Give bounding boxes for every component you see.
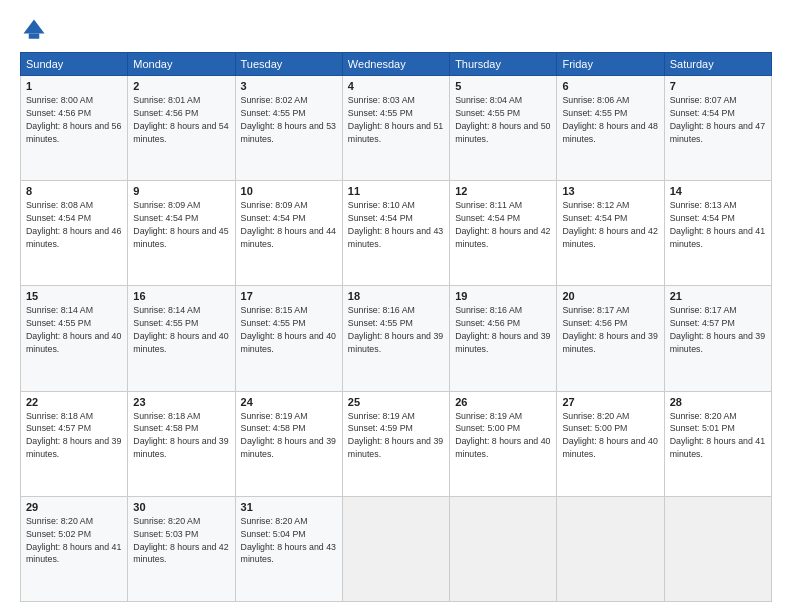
day-number: 9 [133,185,229,197]
day-cell-22: 22 Sunrise: 8:18 AMSunset: 4:57 PMDaylig… [21,391,128,496]
day-detail: Sunrise: 8:03 AMSunset: 4:55 PMDaylight:… [348,95,443,144]
empty-cell [664,496,771,601]
calendar-week-4: 22 Sunrise: 8:18 AMSunset: 4:57 PMDaylig… [21,391,772,496]
day-detail: Sunrise: 8:18 AMSunset: 4:58 PMDaylight:… [133,411,228,460]
day-number: 19 [455,290,551,302]
day-number: 4 [348,80,444,92]
day-number: 6 [562,80,658,92]
calendar-table: SundayMondayTuesdayWednesdayThursdayFrid… [20,52,772,602]
day-number: 30 [133,501,229,513]
day-number: 10 [241,185,337,197]
day-detail: Sunrise: 8:12 AMSunset: 4:54 PMDaylight:… [562,200,657,249]
day-cell-15: 15 Sunrise: 8:14 AMSunset: 4:55 PMDaylig… [21,286,128,391]
page: SundayMondayTuesdayWednesdayThursdayFrid… [0,0,792,612]
day-number: 15 [26,290,122,302]
logo-icon [20,16,48,44]
day-number: 17 [241,290,337,302]
day-cell-4: 4 Sunrise: 8:03 AMSunset: 4:55 PMDayligh… [342,76,449,181]
day-detail: Sunrise: 8:14 AMSunset: 4:55 PMDaylight:… [26,305,121,354]
day-detail: Sunrise: 8:06 AMSunset: 4:55 PMDaylight:… [562,95,657,144]
logo [20,16,52,44]
day-cell-24: 24 Sunrise: 8:19 AMSunset: 4:58 PMDaylig… [235,391,342,496]
day-detail: Sunrise: 8:10 AMSunset: 4:54 PMDaylight:… [348,200,443,249]
day-detail: Sunrise: 8:04 AMSunset: 4:55 PMDaylight:… [455,95,550,144]
svg-rect-1 [29,34,40,39]
day-detail: Sunrise: 8:20 AMSunset: 5:00 PMDaylight:… [562,411,657,460]
day-detail: Sunrise: 8:16 AMSunset: 4:55 PMDaylight:… [348,305,443,354]
day-cell-21: 21 Sunrise: 8:17 AMSunset: 4:57 PMDaylig… [664,286,771,391]
empty-cell [557,496,664,601]
day-cell-11: 11 Sunrise: 8:10 AMSunset: 4:54 PMDaylig… [342,181,449,286]
day-header-monday: Monday [128,53,235,76]
day-cell-16: 16 Sunrise: 8:14 AMSunset: 4:55 PMDaylig… [128,286,235,391]
day-cell-3: 3 Sunrise: 8:02 AMSunset: 4:55 PMDayligh… [235,76,342,181]
day-cell-5: 5 Sunrise: 8:04 AMSunset: 4:55 PMDayligh… [450,76,557,181]
day-header-friday: Friday [557,53,664,76]
day-cell-19: 19 Sunrise: 8:16 AMSunset: 4:56 PMDaylig… [450,286,557,391]
day-header-saturday: Saturday [664,53,771,76]
day-cell-9: 9 Sunrise: 8:09 AMSunset: 4:54 PMDayligh… [128,181,235,286]
day-detail: Sunrise: 8:14 AMSunset: 4:55 PMDaylight:… [133,305,228,354]
day-detail: Sunrise: 8:17 AMSunset: 4:56 PMDaylight:… [562,305,657,354]
day-number: 5 [455,80,551,92]
day-detail: Sunrise: 8:18 AMSunset: 4:57 PMDaylight:… [26,411,121,460]
day-detail: Sunrise: 8:13 AMSunset: 4:54 PMDaylight:… [670,200,765,249]
day-cell-12: 12 Sunrise: 8:11 AMSunset: 4:54 PMDaylig… [450,181,557,286]
day-cell-18: 18 Sunrise: 8:16 AMSunset: 4:55 PMDaylig… [342,286,449,391]
day-cell-2: 2 Sunrise: 8:01 AMSunset: 4:56 PMDayligh… [128,76,235,181]
day-number: 26 [455,396,551,408]
day-detail: Sunrise: 8:16 AMSunset: 4:56 PMDaylight:… [455,305,550,354]
day-detail: Sunrise: 8:09 AMSunset: 4:54 PMDaylight:… [133,200,228,249]
day-header-wednesday: Wednesday [342,53,449,76]
calendar-header-row: SundayMondayTuesdayWednesdayThursdayFrid… [21,53,772,76]
day-detail: Sunrise: 8:01 AMSunset: 4:56 PMDaylight:… [133,95,228,144]
day-detail: Sunrise: 8:09 AMSunset: 4:54 PMDaylight:… [241,200,336,249]
day-cell-8: 8 Sunrise: 8:08 AMSunset: 4:54 PMDayligh… [21,181,128,286]
calendar-week-2: 8 Sunrise: 8:08 AMSunset: 4:54 PMDayligh… [21,181,772,286]
day-number: 24 [241,396,337,408]
day-number: 18 [348,290,444,302]
day-detail: Sunrise: 8:11 AMSunset: 4:54 PMDaylight:… [455,200,550,249]
day-detail: Sunrise: 8:00 AMSunset: 4:56 PMDaylight:… [26,95,121,144]
day-number: 1 [26,80,122,92]
day-number: 23 [133,396,229,408]
day-detail: Sunrise: 8:19 AMSunset: 5:00 PMDaylight:… [455,411,550,460]
day-detail: Sunrise: 8:20 AMSunset: 5:02 PMDaylight:… [26,516,121,565]
day-cell-14: 14 Sunrise: 8:13 AMSunset: 4:54 PMDaylig… [664,181,771,286]
day-cell-23: 23 Sunrise: 8:18 AMSunset: 4:58 PMDaylig… [128,391,235,496]
day-detail: Sunrise: 8:19 AMSunset: 4:58 PMDaylight:… [241,411,336,460]
day-number: 12 [455,185,551,197]
day-cell-30: 30 Sunrise: 8:20 AMSunset: 5:03 PMDaylig… [128,496,235,601]
day-detail: Sunrise: 8:17 AMSunset: 4:57 PMDaylight:… [670,305,765,354]
day-detail: Sunrise: 8:02 AMSunset: 4:55 PMDaylight:… [241,95,336,144]
day-number: 20 [562,290,658,302]
day-detail: Sunrise: 8:20 AMSunset: 5:04 PMDaylight:… [241,516,336,565]
day-cell-29: 29 Sunrise: 8:20 AMSunset: 5:02 PMDaylig… [21,496,128,601]
day-number: 25 [348,396,444,408]
day-cell-17: 17 Sunrise: 8:15 AMSunset: 4:55 PMDaylig… [235,286,342,391]
day-cell-10: 10 Sunrise: 8:09 AMSunset: 4:54 PMDaylig… [235,181,342,286]
day-number: 13 [562,185,658,197]
svg-marker-0 [24,20,45,34]
day-number: 14 [670,185,766,197]
day-number: 31 [241,501,337,513]
day-number: 21 [670,290,766,302]
day-cell-6: 6 Sunrise: 8:06 AMSunset: 4:55 PMDayligh… [557,76,664,181]
calendar-week-3: 15 Sunrise: 8:14 AMSunset: 4:55 PMDaylig… [21,286,772,391]
day-number: 3 [241,80,337,92]
day-cell-26: 26 Sunrise: 8:19 AMSunset: 5:00 PMDaylig… [450,391,557,496]
empty-cell [342,496,449,601]
day-header-thursday: Thursday [450,53,557,76]
day-number: 8 [26,185,122,197]
day-detail: Sunrise: 8:20 AMSunset: 5:01 PMDaylight:… [670,411,765,460]
day-detail: Sunrise: 8:15 AMSunset: 4:55 PMDaylight:… [241,305,336,354]
day-header-sunday: Sunday [21,53,128,76]
day-number: 27 [562,396,658,408]
day-number: 16 [133,290,229,302]
empty-cell [450,496,557,601]
day-detail: Sunrise: 8:20 AMSunset: 5:03 PMDaylight:… [133,516,228,565]
day-cell-31: 31 Sunrise: 8:20 AMSunset: 5:04 PMDaylig… [235,496,342,601]
header [20,16,772,44]
day-cell-27: 27 Sunrise: 8:20 AMSunset: 5:00 PMDaylig… [557,391,664,496]
day-number: 22 [26,396,122,408]
